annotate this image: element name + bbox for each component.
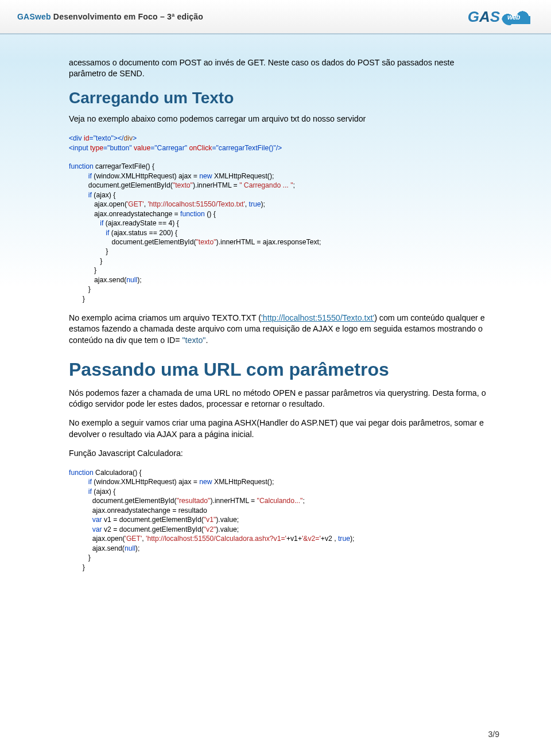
cloud-icon bbox=[502, 8, 534, 25]
header-title: GASweb Desenvolvimento em Foco – 3ª ediç… bbox=[17, 12, 203, 21]
section2-paragraph-3: Função Javascript Calculadora: bbox=[69, 448, 491, 459]
intro-paragraph: acessamos o documento com POST ao invés … bbox=[69, 57, 491, 79]
page-header: GASweb Desenvolvimento em Foco – 3ª ediç… bbox=[0, 0, 551, 34]
page-body: acessamos o documento com POST ao invés … bbox=[0, 34, 551, 627]
logo-text: GAS bbox=[468, 8, 500, 26]
page-number: 3/9 bbox=[488, 730, 499, 739]
section2-heading: Passando uma URL com parâmetros bbox=[69, 357, 491, 382]
section2-paragraph-2: No exemplo a seguir vamos criar uma pagi… bbox=[69, 418, 491, 439]
section1-paragraph: Veja no exemplo abaixo como podemos carr… bbox=[69, 114, 491, 124]
code-html-block-1: <div id="texto"></div> <input type="butt… bbox=[69, 134, 491, 153]
section2-paragraph-1: Nós podemos fazer a chamada de uma URL n… bbox=[69, 388, 491, 410]
header-subtitle: Desenvolvimento em Foco – 3ª edição bbox=[51, 12, 203, 21]
code-js-block-2: function Calculadora() { if (window.XMLH… bbox=[69, 468, 491, 572]
section1-heading: Carregando um Texto bbox=[69, 87, 491, 109]
brand-name: GASweb bbox=[17, 12, 51, 21]
logo: GAS bbox=[468, 8, 534, 26]
section1-paragraph-2: No exemplo acima criamos um arquivo TEXT… bbox=[69, 313, 491, 346]
example-url: 'http://localhost:51550/Texto.txt' bbox=[261, 313, 374, 322]
code-js-block-1: function carregarTextFile() { if (window… bbox=[69, 162, 491, 303]
